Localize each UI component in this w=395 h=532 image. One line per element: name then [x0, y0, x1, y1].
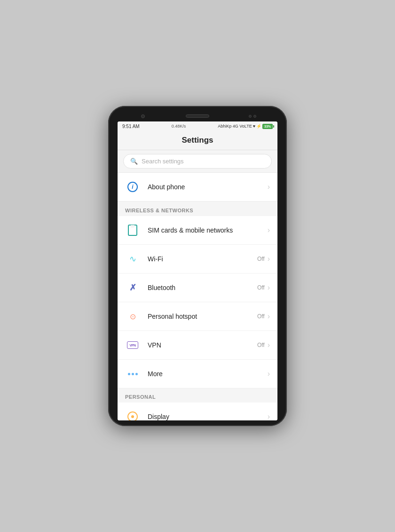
page-title: Settings [182, 136, 213, 145]
wifi-icon: ∿ [129, 254, 136, 264]
hotspot-label: Personal hotspot [148, 313, 257, 320]
search-bar-container: 🔍 Search settings [118, 150, 277, 173]
sim-text: SIM cards & mobile networks [148, 226, 268, 234]
phone-camera [141, 114, 145, 118]
vpn-text: VPN [148, 341, 257, 349]
display-icon [127, 411, 138, 420]
bluetooth-chevron: › [268, 283, 270, 292]
bluetooth-icon: ✗ [129, 282, 136, 293]
vpn-icon-container: VPN [125, 338, 140, 353]
wifi-value: Off [257, 256, 265, 262]
hotspot-icon-container: ⊙ [125, 309, 140, 324]
search-bar[interactable]: 🔍 Search settings [123, 154, 272, 169]
about-phone-section: i About phone › [118, 173, 277, 202]
more-chevron: › [268, 370, 270, 378]
section-header-personal: PERSONAL [118, 388, 277, 403]
more-item[interactable]: More › [118, 360, 277, 388]
wifi-text: Wi-Fi [148, 255, 257, 263]
hotspot-value: Off [257, 313, 265, 320]
wifi-chevron: › [268, 255, 270, 263]
info-icon-container: i [125, 179, 140, 194]
status-right: AbhiKp 4G VoLTE ♥ ⚡ 33% [218, 124, 273, 129]
phone-top-bar [113, 113, 282, 121]
bluetooth-value: Off [257, 284, 265, 291]
phone-sensor-2 [253, 115, 256, 118]
wifi-item[interactable]: ∿ Wi-Fi Off › [118, 245, 277, 274]
section-title-personal: PERSONAL [125, 394, 156, 400]
wifi-label: Wi-Fi [148, 255, 257, 263]
vpn-chevron: › [268, 341, 270, 349]
vpn-value: Off [257, 342, 265, 348]
hotspot-text: Personal hotspot [148, 313, 257, 320]
about-phone-text: About phone [148, 183, 268, 191]
vpn-right: Off › [257, 341, 270, 349]
status-time: 9:51 AM [122, 124, 140, 129]
phone-sensor-1 [249, 115, 252, 118]
bluetooth-right: Off › [257, 283, 270, 292]
more-icon [128, 373, 138, 375]
vpn-item[interactable]: VPN VPN Off › [118, 331, 277, 360]
about-phone-item[interactable]: i About phone › [118, 173, 277, 202]
display-text: Display [148, 413, 268, 420]
search-input[interactable]: Search settings [142, 158, 184, 165]
sim-icon-container [125, 223, 140, 238]
sim-right: › [268, 226, 270, 234]
status-bar: 9:51 AM 0.48K/s AbhiKp 4G VoLTE ♥ ⚡ 33% [118, 121, 277, 131]
section-title-wireless: WIRELESS & NETWORKS [125, 208, 193, 213]
phone-screen: 9:51 AM 0.48K/s AbhiKp 4G VoLTE ♥ ⚡ 33% … [118, 121, 277, 420]
more-icon-container [125, 366, 140, 381]
display-item[interactable]: Display › [118, 403, 277, 420]
display-icon-container [125, 409, 140, 420]
display-label: Display [148, 413, 268, 420]
app-header: Settings [118, 131, 277, 150]
display-right: › [268, 412, 270, 420]
sim-icon [128, 225, 137, 236]
settings-content[interactable]: 🔍 Search settings i About phone › [118, 150, 277, 420]
hotspot-chevron: › [268, 312, 270, 321]
hotspot-right: Off › [257, 312, 270, 321]
phone-sensors [249, 115, 256, 118]
sim-label: SIM cards & mobile networks [148, 226, 268, 234]
vpn-label: VPN [148, 341, 257, 349]
battery-icon: 33% [262, 124, 273, 129]
sim-item[interactable]: SIM cards & mobile networks › [118, 216, 277, 245]
wifi-icon-container: ∿ [125, 251, 140, 266]
vpn-icon: VPN [127, 341, 138, 349]
display-chevron: › [268, 412, 270, 420]
bluetooth-item[interactable]: ✗ Bluetooth Off › [118, 274, 277, 302]
phone-speaker [186, 114, 209, 118]
more-label: More [148, 370, 268, 378]
hotspot-item[interactable]: ⊙ Personal hotspot Off › [118, 302, 277, 331]
about-phone-right: › [268, 183, 270, 191]
bluetooth-label: Bluetooth [148, 284, 257, 291]
more-right: › [268, 370, 270, 378]
sim-chevron: › [268, 226, 270, 234]
status-bolt: ⚡ [256, 124, 261, 129]
more-text: More [148, 370, 268, 378]
search-icon: 🔍 [130, 158, 138, 165]
section-header-wireless: WIRELESS & NETWORKS [118, 202, 277, 216]
wifi-right: Off › [257, 255, 270, 263]
about-phone-label: About phone [148, 183, 268, 191]
status-network: 0.48K/s [172, 124, 186, 129]
phone-device: 9:51 AM 0.48K/s AbhiKp 4G VoLTE ♥ ⚡ 33% … [108, 106, 287, 426]
bluetooth-text: Bluetooth [148, 284, 257, 291]
bluetooth-icon-container: ✗ [125, 280, 140, 295]
status-carrier: AbhiKp 4G VoLTE [218, 124, 252, 129]
info-icon: i [127, 182, 138, 192]
hotspot-icon: ⊙ [130, 312, 136, 321]
status-heart: ♥ [253, 124, 255, 129]
about-phone-chevron: › [268, 183, 270, 191]
